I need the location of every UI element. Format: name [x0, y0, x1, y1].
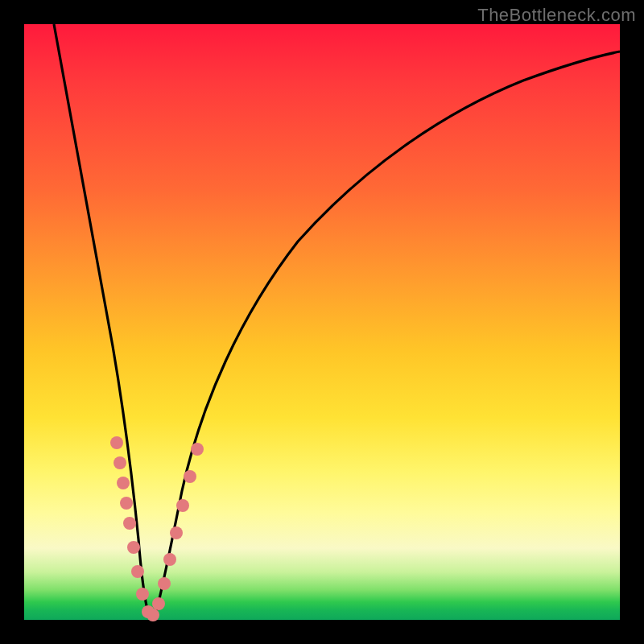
watermark-text: TheBottleneck.com: [477, 5, 636, 26]
dot: [127, 541, 140, 554]
dot: [110, 436, 123, 449]
dot: [176, 499, 189, 512]
dot: [152, 597, 165, 610]
dot: [120, 497, 133, 510]
dot: [191, 443, 204, 456]
dot: [136, 588, 149, 601]
dot: [163, 553, 176, 566]
dot: [114, 456, 126, 469]
dot: [158, 577, 171, 590]
chart-frame: TheBottleneck.com: [0, 0, 644, 644]
dot: [131, 565, 144, 578]
gradient-plot-area: [24, 24, 620, 620]
dot: [117, 477, 130, 489]
dot: [170, 526, 183, 539]
dot: [123, 517, 136, 530]
curve-layer: [24, 24, 620, 620]
bottleneck-curve: [54, 24, 620, 617]
dot: [147, 609, 159, 621]
dot: [184, 470, 196, 483]
